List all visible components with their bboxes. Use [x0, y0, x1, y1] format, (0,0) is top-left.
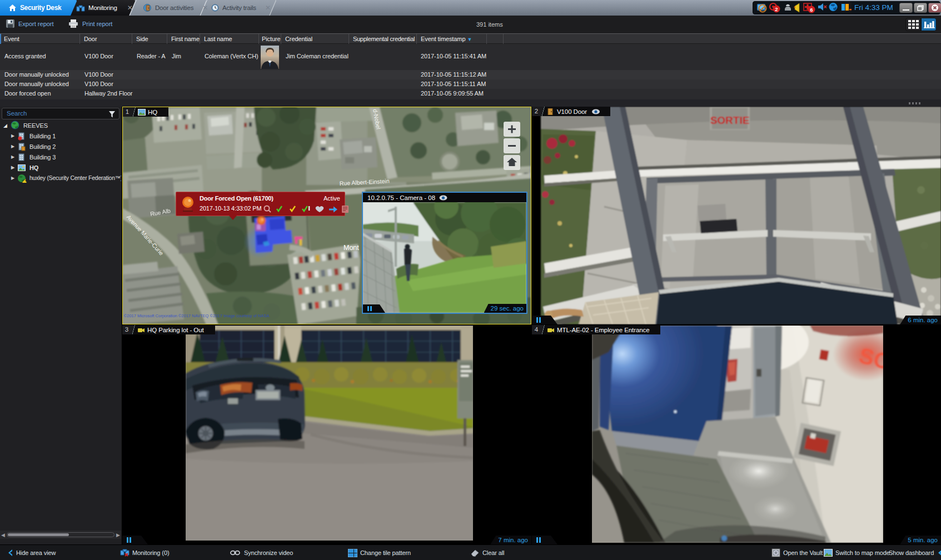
svg-text:2: 2 — [775, 6, 778, 12]
svg-text:SORTIE: SORTIE — [710, 114, 750, 126]
svg-text:Fri 4:33 PM: Fri 4:33 PM — [854, 3, 893, 12]
svg-text:©2017 Microsoft Corporation ©: ©2017 Microsoft Corporation ©2017 NAVTEQ… — [124, 313, 269, 318]
svg-text:6: 6 — [810, 7, 813, 13]
svg-text:Mont: Mont — [343, 244, 359, 252]
